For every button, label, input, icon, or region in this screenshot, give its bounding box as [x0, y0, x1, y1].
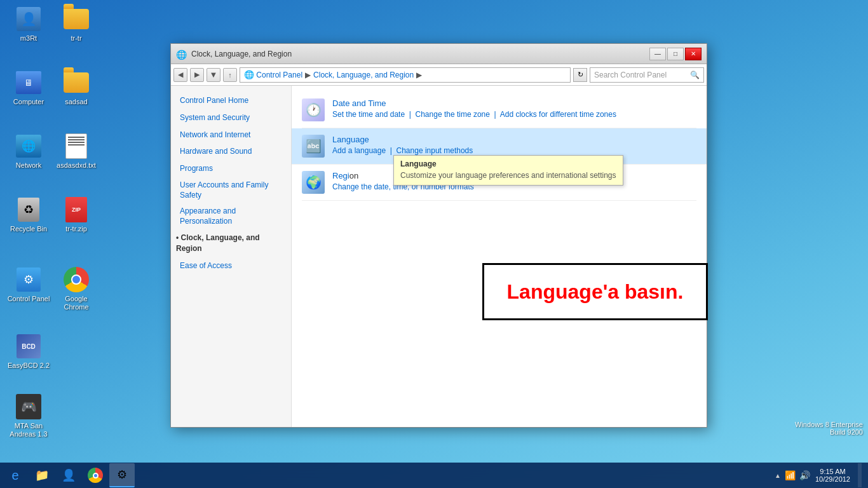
- txt-icon: [64, 133, 89, 159]
- desktop-icon-easybcd[interactable]: BCD EasyBCD 2.2: [6, 334, 51, 370]
- windows-build: Build 9200: [795, 428, 863, 436]
- desktop-icon-txt[interactable]: asdasdxd.txt: [54, 133, 98, 170]
- sidebar-item-programs[interactable]: Programs: [171, 160, 291, 177]
- sidebar-item-system-security[interactable]: System and Security: [171, 109, 291, 126]
- search-placeholder: Search Control Panel: [594, 71, 690, 79]
- content-area: 🕐 Date and Time Set the time and date | …: [292, 86, 707, 427]
- datetime-links: Set the time and date | Change the time …: [332, 110, 696, 119]
- taskbar-control-panel[interactable]: ⚙: [109, 463, 135, 487]
- path-control-panel[interactable]: Control Panel: [256, 71, 302, 79]
- language-title[interactable]: Language: [332, 135, 696, 144]
- taskbar-items: e 📁 👤 ⚙: [0, 463, 768, 487]
- tooltip-description: Customize your language preferences and …: [400, 170, 616, 181]
- desktop-icon-mta[interactable]: 🎮 MTA San Andreas 1.3: [6, 394, 51, 438]
- icon-label-chrome: Google Chrome: [54, 295, 98, 311]
- language-links: Add a language | Change input methods: [332, 146, 696, 155]
- desktop-icon-tr-tr[interactable]: tr-tr: [54, 6, 98, 43]
- taskbar-person[interactable]: 👤: [56, 463, 81, 487]
- language-icon: 🔤: [302, 135, 325, 158]
- desktop-icon-computer[interactable]: 🖥 Computer: [6, 70, 51, 106]
- close-button[interactable]: ✕: [685, 48, 702, 60]
- up-button[interactable]: ▼: [207, 68, 220, 82]
- add-clocks-link[interactable]: Add clocks for different time zones: [500, 110, 616, 119]
- category-datetime: 🕐 Date and Time Set the time and date | …: [302, 92, 696, 128]
- taskbar-chrome[interactable]: [83, 463, 108, 487]
- network-icon: 🌐: [16, 133, 41, 159]
- sidebar-item-clock-language[interactable]: Clock, Language, and Region: [171, 229, 291, 257]
- icon-label-mta: MTA San Andreas 1.3: [6, 422, 51, 438]
- tooltip-title: Language: [400, 159, 616, 168]
- window-icon: 🌐: [176, 49, 186, 59]
- icon-label-txt: asdasdxd.txt: [57, 161, 96, 170]
- show-desktop-button[interactable]: [858, 463, 862, 487]
- window-body: Control Panel Home System and Security N…: [171, 86, 707, 427]
- control-panel-icon: ⚙: [16, 267, 41, 292]
- recycle-icon: ♻: [16, 197, 41, 222]
- folder-icon-sadsad: [64, 70, 89, 95]
- icon-label-network: Network: [16, 161, 41, 170]
- forward-button[interactable]: ▶: [190, 68, 204, 82]
- datetime-content: Date and Time Set the time and date | Ch…: [332, 98, 696, 119]
- title-bar[interactable]: 🌐 Clock, Language, and Region — □ ✕: [171, 44, 707, 64]
- sidebar-item-home[interactable]: Control Panel Home: [171, 92, 291, 109]
- user-icon-m3rt: 👤: [16, 6, 41, 32]
- tray-arrow-icon[interactable]: ▲: [775, 472, 781, 479]
- desktop-icon-network[interactable]: 🌐 Network: [6, 133, 51, 170]
- desktop-icon-sadsad[interactable]: sadsad: [54, 70, 98, 106]
- system-tray: ▲ 📶 🔊 9:15 AM 10/29/2012: [768, 463, 868, 487]
- sidebar-item-network-internet[interactable]: Network and Internet: [171, 126, 291, 144]
- computer-icon: 🖥: [16, 70, 41, 95]
- search-icon[interactable]: 🔍: [690, 71, 700, 79]
- minimize-button[interactable]: —: [649, 48, 666, 60]
- search-box[interactable]: Search Control Panel 🔍: [590, 67, 704, 83]
- icon-label-tr-tr: tr-tr: [71, 34, 81, 43]
- desktop-icon-recycle[interactable]: ♻ Recycle Bin: [6, 197, 51, 233]
- easybcd-icon: BCD: [16, 334, 41, 359]
- desktop: 👤 m3Rt tr-tr 🖥 Computer sadsad 🌐 Network: [0, 0, 868, 463]
- maximize-button[interactable]: □: [667, 48, 684, 60]
- taskbar-explorer[interactable]: 📁: [29, 463, 55, 487]
- clock[interactable]: 9:15 AM 10/29/2012: [815, 468, 850, 483]
- annotation-text: Language'a basın.: [507, 280, 684, 304]
- control-panel-window: 🌐 Clock, Language, and Region — □ ✕ ◀ ▶ …: [170, 43, 707, 428]
- change-input-link[interactable]: Change input methods: [397, 146, 473, 155]
- icon-label-computer: Computer: [13, 98, 44, 106]
- change-timezone-link[interactable]: Change the time zone: [416, 110, 490, 119]
- category-language: 🔤 Language Add a language | Change input…: [292, 128, 707, 165]
- region-icon: 🌍: [302, 171, 325, 194]
- window-controls: — □ ✕: [649, 48, 702, 60]
- desktop-icon-control-panel[interactable]: ⚙ Control Panel: [6, 267, 51, 303]
- sidebar-item-user-accounts[interactable]: User Accounts and Family Safety: [171, 177, 291, 203]
- sidebar: Control Panel Home System and Security N…: [171, 86, 292, 427]
- chrome-icon: [64, 267, 89, 292]
- add-language-link[interactable]: Add a language: [332, 146, 386, 155]
- windows-info: Windows 8 Enterprise Build 9200: [795, 421, 868, 436]
- set-time-link[interactable]: Set the time and date: [332, 110, 405, 119]
- taskbar-ie[interactable]: e: [3, 463, 28, 487]
- date-display: 10/29/2012: [815, 475, 850, 483]
- folder-icon-tr-tr: [64, 6, 89, 32]
- icon-label-cp: Control Panel: [8, 295, 50, 303]
- address-path[interactable]: 🌐 Control Panel ▶ Clock, Language, and R…: [240, 67, 571, 83]
- icon-label-sadsad: sadsad: [65, 98, 87, 106]
- datetime-title[interactable]: Date and Time: [332, 98, 696, 108]
- sidebar-item-hardware-sound[interactable]: Hardware and Sound: [171, 143, 291, 160]
- signal-icon: 📶: [785, 470, 796, 480]
- icon-label-recycle: Recycle Bin: [10, 225, 47, 233]
- desktop-icon-m3rt[interactable]: 👤 m3Rt: [6, 6, 51, 43]
- refresh-button[interactable]: ↻: [573, 68, 587, 82]
- mta-icon: 🎮: [16, 394, 41, 419]
- windows-edition: Windows 8 Enterprise: [795, 421, 863, 428]
- language-content: Language Add a language | Change input m…: [332, 135, 696, 155]
- path-clock-language[interactable]: Clock, Language, and Region: [313, 71, 414, 79]
- sidebar-item-appearance[interactable]: Appearance and Personalization: [171, 203, 291, 229]
- datetime-icon: 🕐: [302, 98, 325, 121]
- up-dir-button[interactable]: ↑: [223, 68, 237, 82]
- desktop-icon-chrome[interactable]: Google Chrome: [54, 267, 98, 311]
- desktop-icon-zip[interactable]: ZIP tr-tr.zip: [54, 197, 98, 233]
- time-display: 9:15 AM: [820, 468, 845, 475]
- sidebar-item-ease-access[interactable]: Ease of Access: [171, 257, 291, 274]
- language-tooltip: Language Customize your language prefere…: [393, 155, 623, 186]
- annotation-box: Language'a basın.: [482, 263, 707, 320]
- back-button[interactable]: ◀: [173, 68, 187, 82]
